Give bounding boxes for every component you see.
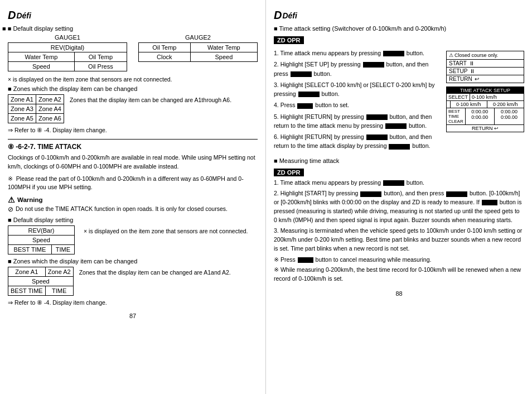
oil-press-cell: Oil Press	[74, 62, 127, 71]
table-row: REV(Digital)	[8, 43, 127, 52]
btn8	[366, 134, 388, 140]
start-label: START	[449, 60, 467, 66]
warning-title: ⚠ Warning	[8, 195, 258, 204]
star-note2: ※ While measuring 0-200km/h, the best ti…	[274, 266, 524, 284]
closed-course-panel: ⚠ Closed course only. START ⏸ SETUP ⏸ RE…	[446, 51, 524, 83]
return-label: RETURN	[449, 76, 472, 82]
note-star: ※ Please read the part of 0-100km/h and …	[8, 175, 258, 193]
gauge1-table: REV(Digital) Water Temp Oil Temp Speed O…	[8, 42, 127, 71]
panel-setup-row: SETUP ⏸	[447, 67, 524, 75]
water-temp-cell: Water Temp	[8, 52, 75, 62]
steps-section: ⚠ Closed course only. START ⏸ SETUP ⏸ RE…	[274, 49, 524, 153]
zones2-table: Zone A1 Zone A2 Speed BEST TIME TIME	[8, 267, 74, 296]
speed-cell2: Speed	[190, 52, 257, 62]
zones-layout: Zone A1 Zone A2 Zone A3 Zone A4 Zone A5 …	[8, 94, 258, 123]
default-display-title: ■ Default display setting	[2, 25, 258, 32]
zones-table-inner: Zone A1 Zone A2 Zone A3 Zone A4 Zone A5 …	[8, 94, 64, 123]
time-attack-setup-panel: TIME ATTACK SETUP SELECT 0-100 km/h 0·10…	[446, 87, 524, 132]
setup-label: SETUP	[449, 68, 467, 74]
mbtn1	[383, 180, 404, 186]
ta-best-val1: 0:00.000:00.00	[466, 108, 495, 124]
return-icon: ↩	[475, 76, 479, 82]
gauge1-block: GAUGE1 REV(Digital) Water Temp Oil Temp …	[8, 34, 127, 71]
btn4	[298, 92, 320, 97]
btn6	[366, 114, 388, 120]
measuring-title: ■ Measuring time attack	[274, 157, 524, 164]
mbtn5	[298, 257, 313, 263]
table-row: BEST TIME TIME	[8, 286, 74, 296]
select-value-cell: 0-100 km/h	[470, 94, 524, 100]
clock-cell: Clock	[139, 52, 191, 62]
zones-title: ■ Zones which the display item can be ch…	[8, 85, 258, 92]
page-container: D Défi ■ Default display setting GAUGE1 …	[0, 0, 532, 394]
zones2-table-inner: Zone A1 Zone A2 Speed BEST TIME TIME	[8, 267, 74, 296]
rev-digital-cell: REV(Digital)	[8, 43, 127, 52]
panel-return-row: RETURN ↩	[447, 75, 524, 83]
table-row: Zone A3 Zone A4	[8, 104, 64, 114]
zones-note: Zones that the display item can be chang…	[70, 94, 258, 103]
warning-box: ⚠ Warning ⊘ Do not use the TIME ATTACK f…	[8, 195, 258, 213]
pause-icon: ⏸	[469, 60, 475, 66]
mstep1: 1. Time attack menu appears by pressing …	[274, 179, 524, 188]
table-row: Speed	[8, 277, 74, 286]
table-row: Zone A1 Zone A2	[8, 95, 64, 104]
mbtn2	[360, 191, 381, 197]
x-note2: × is displayed on the item zone that sen…	[84, 225, 258, 254]
ta-col1: 0·100 km/h	[451, 101, 487, 108]
select-label-cell: SELECT	[447, 94, 470, 100]
gauge1-label: GAUGE1	[8, 34, 127, 41]
arrow-note: ⇒ Refer to ⑧ -4. Display item change.	[8, 127, 258, 133]
right-column: D Défi ■ Time attack setting (Switchover…	[266, 0, 532, 394]
logo-text-left: Défi	[16, 11, 31, 20]
mstep2: 2. Highlight [START] by pressing button)…	[274, 189, 524, 224]
default-display2-title: ■ Default display setting	[8, 217, 258, 223]
gauge2-table: Oil Temp Water Temp Clock Speed	[138, 42, 258, 62]
measuring-steps: 1. Time attack menu appears by pressing …	[274, 179, 524, 253]
x-note: × is displayed on the item zone that sen…	[8, 76, 258, 83]
warning-triangle-icon: ⚠	[8, 195, 15, 204]
table-row: Speed Oil Press	[8, 62, 127, 71]
ta-best-row: BESTTIMECLEAR 0:00.000:00.00 0:00.000:00…	[447, 108, 524, 125]
ta-header: TIME ATTACK SETUP	[447, 87, 524, 94]
panel-warning: ⚠ Closed course only.	[447, 51, 524, 60]
btn3	[291, 71, 312, 77]
circle-num: ⑧	[8, 143, 14, 151]
warning-icon: ⚠	[449, 52, 453, 58]
zones2-layout: Zone A1 Zone A2 Speed BEST TIME TIME Zon…	[8, 267, 258, 296]
btn2	[363, 62, 384, 68]
measuring-section: ■ Measuring time attack ZD OPR 1. Time a…	[274, 157, 524, 284]
warning-text: ⊘ Do not use the TIME ATTACK function in…	[8, 205, 258, 213]
table-row: Oil Temp Water Temp	[139, 43, 258, 52]
oil-temp-cell: Oil Temp	[74, 52, 127, 62]
time-attack-heading: ⑧ -6-2-7. TIME ATTACK	[8, 139, 258, 151]
btn7	[385, 123, 407, 129]
zd-opr-badge1: ZD OPR	[274, 36, 304, 44]
ta-best-val2: 0:00.000:00.00	[495, 108, 524, 124]
btn5	[297, 103, 313, 109]
ta-empty	[447, 101, 451, 108]
ta-select-row: SELECT 0-100 km/h	[447, 94, 524, 101]
gauge3-table: REV(Bar) Speed BEST TIME TIME	[8, 225, 75, 254]
btn1	[383, 51, 404, 56]
ta-best-label: BESTTIMECLEAR	[447, 108, 466, 124]
table-row: Speed	[8, 236, 75, 245]
gauge3-block: REV(Bar) Speed BEST TIME TIME	[8, 225, 75, 254]
mbtn4	[482, 200, 497, 205]
ta-col2: 0·200 km/h	[487, 101, 524, 108]
left-page-num: 87	[8, 313, 258, 319]
left-column: D Défi ■ Default display setting GAUGE1 …	[0, 0, 266, 394]
arrow-note2: ⇒ Refer to ⑧ -4. Display item change.	[8, 299, 258, 306]
right-page-num: 88	[274, 290, 524, 297]
table-row: Clock Speed	[139, 52, 258, 62]
zones-table: Zone A1 Zone A2 Zone A3 Zone A4 Zone A5 …	[8, 94, 64, 123]
table-row: Zone A1 Zone A2	[8, 267, 74, 277]
zones2-note: Zones that the display item can be chang…	[79, 267, 258, 276]
zd-opr-badge2: ZD OPR	[274, 169, 304, 176]
btn9	[389, 144, 410, 150]
table-row: BEST TIME TIME	[8, 245, 75, 254]
right-logo: D Défi	[274, 9, 524, 22]
body-text1: Clockings of 0-100km/h and 0-200km/h are…	[8, 153, 258, 171]
star-note1: ※ Press button to cancel measuring while…	[274, 256, 524, 265]
gauge-layout: GAUGE1 REV(Digital) Water Temp Oil Temp …	[8, 34, 258, 71]
right-panel: ⚠ Closed course only. START ⏸ SETUP ⏸ RE…	[446, 51, 524, 132]
